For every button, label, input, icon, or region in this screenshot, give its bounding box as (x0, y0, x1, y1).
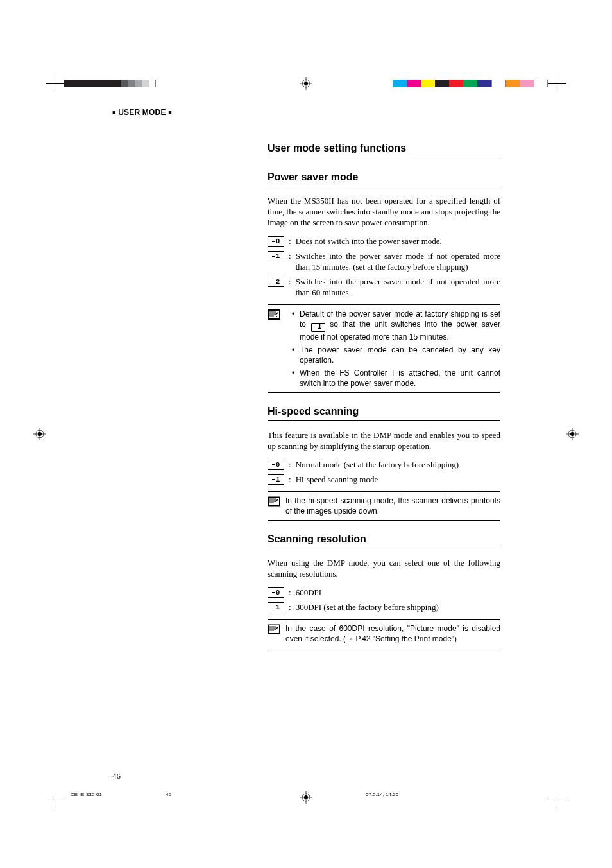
footer-timestamp: 07.5.14, 14:20 (366, 792, 398, 797)
crop-mark-bottom-left (46, 791, 64, 809)
resolution-note: In the case of 600DPI resolution, "Pictu… (268, 619, 500, 648)
hispeed-note: In the hi-speed scanning mode, the scann… (268, 491, 500, 521)
svg-point-3 (304, 82, 308, 85)
display-code-icon: 0 (268, 460, 284, 470)
page-number: 46 (112, 771, 121, 781)
hispeed-intro: This feature is available in the DMP mod… (268, 430, 500, 451)
note-icon (268, 309, 280, 320)
power-option-0: 0 : Does not switch into the power saver… (268, 236, 500, 247)
display-code-icon: 1 (311, 323, 325, 332)
hispeed-note-text: In the hi-speed scanning mode, the scann… (285, 496, 500, 516)
content-column: User mode setting functions Power saver … (268, 143, 500, 661)
display-code-icon: 2 (268, 277, 284, 287)
power-note: Default of the power saver mode at facto… (268, 304, 500, 393)
display-code-icon: 1 (268, 474, 284, 485)
hispeed-option-1-text: Hi-speed scanning mode (296, 474, 500, 485)
resolution-option-1: 1 : 300DPI (set at the factory before sh… (268, 602, 500, 612)
note-icon (268, 624, 280, 634)
resolution-note-text: In the case of 600DPI resolution, "Pictu… (285, 623, 500, 644)
svg-point-11 (38, 432, 42, 436)
power-note-bullet-3: When the FS Controller I is attached, th… (293, 368, 500, 388)
page-title: User mode setting functions (268, 143, 500, 157)
display-code-icon: 0 (268, 236, 284, 247)
hispeed-option-0: 0 : Normal mode (set at the factory befo… (268, 459, 500, 470)
crop-mark-top-left (46, 72, 64, 90)
power-option-0-text: Does not switch into the power saver mod… (296, 236, 500, 247)
registration-mark-right (566, 428, 579, 440)
color-bar (393, 80, 548, 87)
footer-page: 46 (166, 792, 171, 797)
heading-hispeed: Hi-speed scanning (268, 406, 500, 417)
display-code-icon: 1 (268, 251, 284, 261)
registration-mark-top (300, 77, 312, 90)
print-footer: CE-IE-335-01 46 07.5.14, 14:20 (71, 792, 552, 797)
grayscale-bar (64, 80, 156, 87)
hispeed-option-0-text: Normal mode (set at the factory before s… (296, 459, 500, 470)
note-icon (268, 496, 280, 507)
resolution-option-0-text: 600DPI (296, 587, 500, 598)
section-header-text: USER MODE (118, 108, 166, 117)
crop-mark-top-right (548, 72, 566, 90)
power-note-bullet-2: The power saver mode can be canceled by … (293, 345, 500, 365)
resolution-intro: When using the DMP mode, you can select … (268, 557, 500, 579)
power-option-1: 1 : Switches into the power saver mode i… (268, 250, 500, 272)
footer-doc-id: CE-IE-335-01 (71, 792, 102, 797)
svg-point-15 (570, 432, 574, 436)
power-intro: When the MS350II has not been operated f… (268, 195, 500, 228)
heading-resolution: Scanning resolution (268, 534, 500, 545)
section-header: ■ USER MODE ■ (112, 108, 172, 117)
power-option-1-text: Switches into the power saver mode if no… (296, 250, 500, 272)
display-code-icon: 0 (268, 587, 284, 598)
resolution-option-1-text: 300DPI (set at the factory before shippi… (296, 602, 500, 612)
power-option-2: 2 : Switches into the power saver mode i… (268, 276, 500, 298)
registration-mark-left (33, 428, 46, 440)
power-note-bullet-1: Default of the power saver mode at facto… (293, 309, 500, 342)
power-option-2-text: Switches into the power saver mode if no… (296, 276, 500, 298)
hispeed-option-1: 1 : Hi-speed scanning mode (268, 474, 500, 485)
resolution-option-0: 0 : 600DPI (268, 587, 500, 598)
display-code-icon: 1 (268, 602, 284, 612)
heading-power-saver: Power saver mode (268, 171, 500, 183)
